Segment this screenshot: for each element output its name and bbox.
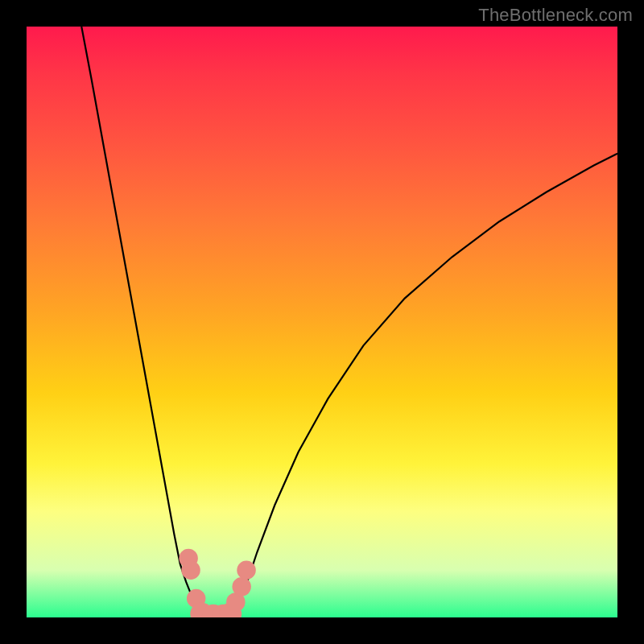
plot-area: [27, 27, 617, 617]
marker-dot: [232, 577, 250, 596]
marker-dot: [237, 561, 255, 580]
watermark-text: TheBottleneck.com: [478, 5, 633, 26]
outer-frame: TheBottleneck.com: [0, 0, 644, 644]
curve-markers: [179, 549, 255, 617]
curve-right-branch: [230, 154, 617, 615]
marker-dot: [181, 561, 200, 580]
curve-left-branch: [81, 27, 202, 615]
chart-svg: [27, 27, 617, 617]
